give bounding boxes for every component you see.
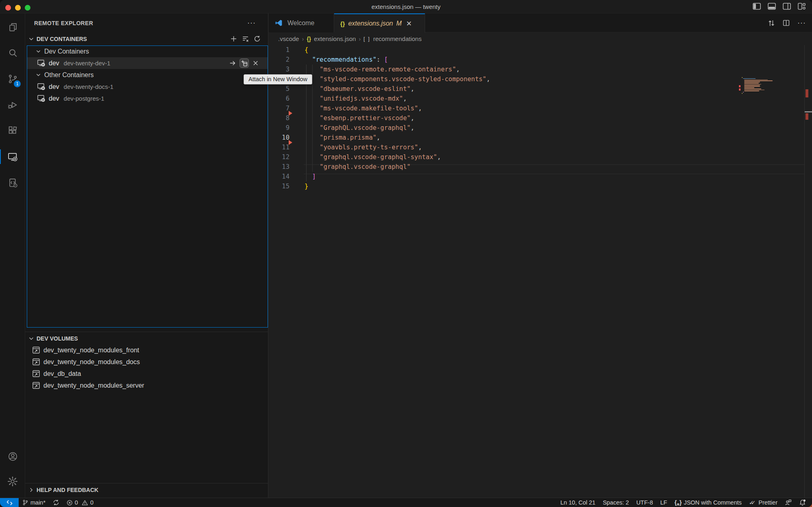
source-control-icon[interactable]: 1 — [0, 66, 25, 92]
code-line-8[interactable]: "esbenp.prettier-vscode", — [304, 113, 490, 123]
volume-row[interactable]: dev_twenty_node_modules_docs — [27, 356, 268, 368]
add-container-icon[interactable] — [230, 35, 237, 42]
dev-containers-icon[interactable] — [0, 170, 25, 196]
remote-indicator[interactable] — [0, 498, 19, 507]
code-line-7[interactable]: "ms-vscode.makefile-tools", — [304, 104, 490, 113]
explorer-icon[interactable] — [0, 14, 25, 40]
settings-gear-icon[interactable] — [0, 468, 25, 494]
code-line-2[interactable]: "recommendations": [ — [304, 55, 490, 65]
toggle-secondary-sidebar-icon[interactable] — [783, 3, 791, 10]
dev-volumes-section-header[interactable]: DEV VOLUMES — [25, 332, 268, 345]
line-number-2[interactable]: 2 — [269, 55, 289, 65]
accounts-icon[interactable] — [0, 443, 25, 469]
line-number-6[interactable]: 6 — [269, 94, 289, 104]
breadcrumb-folder[interactable]: .vscode — [278, 35, 299, 42]
code-line-11[interactable]: "yoavbls.pretty-ts-errors", — [304, 142, 490, 152]
volume-row[interactable]: dev_twenty_node_modules_front — [27, 344, 268, 356]
line-number-14[interactable]: 14 — [269, 172, 289, 181]
line-number-8[interactable]: 8 — [269, 113, 289, 123]
indentation-status[interactable]: Spaces: 2 — [599, 498, 633, 507]
minimap-line — [744, 82, 760, 82]
minimap-deleted-marker — [739, 85, 741, 87]
tab-extensions-json[interactable]: {} extensions.json M ✕ — [334, 13, 425, 33]
chevron-down-icon — [28, 36, 34, 42]
refresh-icon[interactable] — [254, 35, 261, 42]
attach-to-container-icon[interactable] — [229, 60, 236, 67]
split-editor-icon[interactable] — [783, 19, 790, 26]
code-line-6[interactable]: "unifiedjs.vscode-mdx", — [304, 94, 490, 104]
line-number-7[interactable]: 7 — [269, 104, 289, 113]
volume-row[interactable]: dev_db_data — [27, 368, 268, 380]
warnings-icon — [82, 500, 88, 506]
sidebar-more-actions-icon[interactable]: ··· — [247, 13, 256, 32]
toggle-primary-sidebar-icon[interactable] — [753, 3, 761, 10]
line-number-9[interactable]: 9 — [269, 123, 289, 133]
attach-in-new-window-icon[interactable] — [240, 58, 249, 68]
sync-changes-button[interactable] — [49, 498, 63, 507]
breadcrumb-symbol[interactable]: recommendations — [373, 35, 421, 42]
more-actions-icon[interactable]: ··· — [797, 19, 806, 27]
notifications-bell-icon[interactable] — [795, 498, 810, 507]
code-line-12[interactable]: "graphql.vscode-graphql-syntax", — [304, 152, 490, 162]
branch-name: main* — [30, 499, 45, 506]
line-number-12[interactable]: 12 — [269, 152, 289, 162]
volume-icon — [32, 358, 40, 365]
feedback-icon[interactable] — [781, 498, 795, 507]
volume-row[interactable]: dev_twenty_node_modules_server — [27, 380, 268, 391]
line-number-15[interactable]: 15 — [269, 181, 289, 191]
line-number-10[interactable]: 10 — [269, 133, 289, 142]
line-number-11[interactable]: 11 — [269, 142, 289, 152]
extensions-icon[interactable] — [0, 118, 25, 144]
dev-containers-section-header[interactable]: DEV CONTAINERS — [25, 32, 268, 45]
breadcrumb[interactable]: .vscode › {} extensions.json › [ ] recom… — [278, 32, 421, 45]
container-running-icon — [37, 83, 45, 91]
open-changes-icon[interactable] — [768, 19, 775, 27]
dev-containers-section-label: DEV CONTAINERS — [37, 36, 87, 42]
tree-group-dev-containers[interactable]: Dev Containers — [27, 45, 268, 57]
code-line-3[interactable]: "ms-vscode-remote.remote-containers", — [304, 65, 490, 74]
stop-container-icon[interactable] — [253, 60, 259, 66]
line-number-1[interactable]: 1 — [269, 45, 289, 55]
code-line-4[interactable]: "styled-components.vscode-styled-compone… — [304, 74, 490, 84]
code-line-14[interactable]: ] — [304, 172, 490, 181]
toggle-panel-icon[interactable] — [768, 3, 776, 10]
container-row-dev-twenty-docs-1[interactable]: dev dev-twenty-docs-1 — [27, 81, 268, 93]
code-line-1[interactable]: { — [304, 45, 490, 55]
code-line-5[interactable]: "dbaeumer.vscode-eslint", — [304, 84, 490, 94]
code-lines[interactable]: { "recommendations": [ "ms-vscode-remote… — [304, 45, 490, 191]
remote-explorer-icon[interactable] — [0, 144, 25, 170]
error-count: 0 — [75, 499, 78, 506]
line-number-5[interactable]: 5 — [269, 84, 289, 94]
minimap-line — [744, 88, 761, 89]
tree-group-other-containers[interactable]: Other Containers — [27, 69, 268, 81]
code-line-15[interactable]: } — [304, 181, 490, 191]
git-branch-status[interactable]: main* — [19, 498, 49, 507]
tab-welcome[interactable]: Welcome — [269, 13, 334, 32]
code-line-9[interactable]: "GraphQL.vscode-graphql", — [304, 123, 490, 133]
customize-layout-icon[interactable] — [798, 3, 806, 10]
run-and-debug-icon[interactable] — [0, 92, 25, 118]
language-mode-status[interactable]: {⊗} JSON with Comments — [671, 498, 745, 507]
line-number-13[interactable]: 13 — [269, 162, 289, 172]
eol-status[interactable]: LF — [657, 498, 671, 507]
vscode-window: extensions.json — twenty 1 REMOTE EXPLOR… — [0, 0, 812, 507]
line-number-3[interactable]: 3 — [269, 65, 289, 74]
clear-list-icon[interactable] — [242, 35, 249, 42]
encoding-status[interactable]: UTF-8 — [633, 498, 657, 507]
cursor-position-status[interactable]: Ln 10, Col 21 — [557, 498, 599, 507]
container-row-dev-postgres-1[interactable]: dev dev-postgres-1 — [27, 93, 268, 104]
minimap[interactable] — [742, 77, 793, 94]
search-icon[interactable] — [0, 40, 25, 66]
code-line-10[interactable]: "prisma.prisma", — [304, 133, 490, 142]
volume-icon — [32, 382, 40, 389]
close-tab-icon[interactable]: ✕ — [406, 19, 412, 28]
problems-status[interactable]: 0 0 — [63, 498, 97, 507]
gutter: 123456789101112131415 — [269, 45, 289, 191]
code-line-13[interactable]: "graphql.vscode-graphql" — [304, 162, 490, 172]
overview-ruler[interactable] — [804, 45, 812, 498]
breadcrumb-file[interactable]: extensions.json — [314, 35, 356, 42]
volume-name: dev_twenty_node_modules_front — [43, 347, 139, 354]
formatter-status[interactable]: ✓✓ Prettier — [745, 498, 781, 507]
container-row-dev-twenty-dev-1[interactable]: dev dev-twenty-dev-1 — [27, 57, 268, 69]
help-and-feedback-section-header[interactable]: HELP AND FEEDBACK — [25, 483, 268, 496]
